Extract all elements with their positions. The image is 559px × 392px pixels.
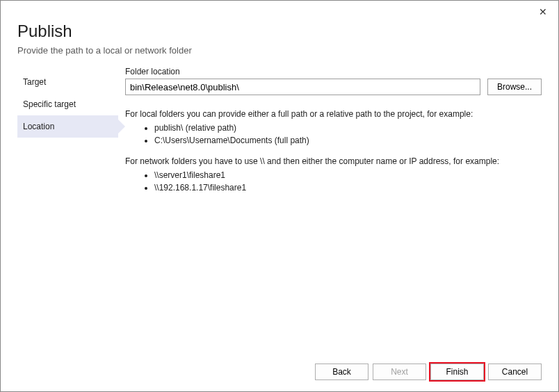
help-local-example: publish\ (relative path) — [154, 122, 542, 134]
sidebar-item-target[interactable]: Target — [17, 71, 118, 93]
help-network-example: \\192.168.1.17\fileshare1 — [154, 181, 542, 194]
help-network-intro: For network folders you have to use \\ a… — [125, 155, 542, 168]
finish-button[interactable]: Finish — [430, 364, 484, 380]
help-local-example: C:\Users\Username\Documents (full path) — [154, 134, 542, 147]
dialog-footer: Back Next Finish Cancel — [315, 364, 542, 380]
cancel-button[interactable]: Cancel — [488, 364, 542, 380]
dialog-title: Publish — [17, 22, 542, 41]
wizard-sidebar: Target Specific target Location — [17, 67, 118, 202]
folder-location-label: Folder location — [125, 67, 542, 76]
sidebar-item-location[interactable]: Location — [17, 115, 118, 138]
sidebar-item-label: Target — [23, 77, 46, 87]
sidebar-item-specific-target[interactable]: Specific target — [17, 93, 118, 115]
sidebar-item-label: Location — [23, 122, 54, 131]
close-icon: ✕ — [539, 6, 547, 17]
browse-button[interactable]: Browse... — [487, 79, 542, 95]
help-network-example: \\server1\fileshare1 — [154, 169, 542, 181]
folder-location-input[interactable] — [125, 79, 480, 95]
next-button: Next — [373, 364, 426, 380]
close-button[interactable]: ✕ — [535, 5, 551, 19]
help-local-intro: For local folders you can provide either… — [125, 108, 542, 120]
dialog-subtitle: Provide the path to a local or network f… — [17, 45, 542, 56]
back-button[interactable]: Back — [315, 364, 368, 380]
wizard-content: Folder location Browse... For local fold… — [118, 67, 542, 202]
sidebar-item-label: Specific target — [23, 99, 76, 109]
help-text: For local folders you can provide either… — [125, 108, 542, 194]
dialog-header: Publish Provide the path to a local or n… — [1, 1, 558, 67]
